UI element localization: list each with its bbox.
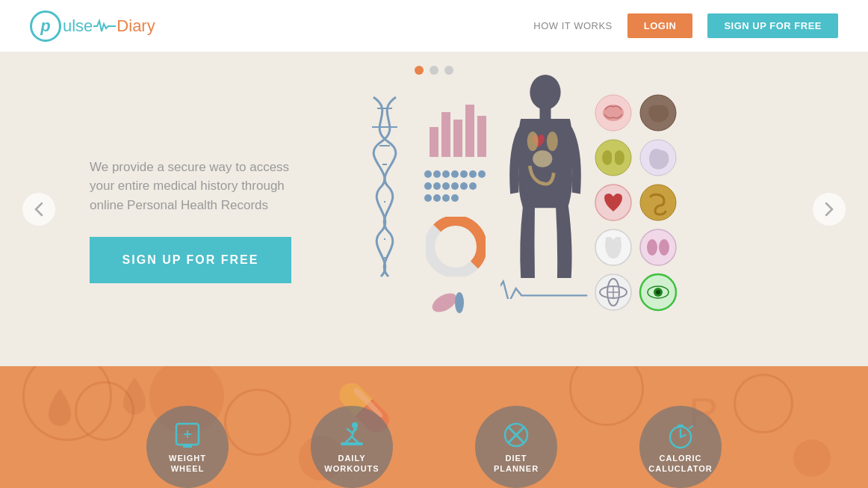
svg-point-25 [460,182,468,190]
hero-description: We provide a secure way to access your e… [90,158,314,215]
kidney-icon [639,228,678,267]
svg-point-16 [442,170,450,178]
svg-line-82 [689,426,692,428]
svg-point-26 [469,182,477,190]
svg-point-29 [442,194,450,202]
svg-point-45 [602,150,613,165]
svg-point-40 [533,150,552,167]
hero-illustration [314,52,778,366]
svg-rect-65 [183,445,192,448]
svg-rect-10 [441,112,450,157]
ecg-icon [93,18,116,34]
tooth-icon [594,228,633,267]
svg-line-71 [352,436,358,442]
svg-point-17 [451,170,459,178]
svg-point-63 [656,290,660,294]
svg-point-24 [451,182,459,190]
scale-icon [173,420,202,450]
svg-line-70 [346,436,352,442]
header-nav: HOW IT WORKS LOGIN SIGN UP FOR FREE [533,13,838,38]
svg-point-21 [424,182,432,190]
brain-icon [594,93,633,132]
svg-rect-12 [465,105,474,157]
svg-rect-74 [341,442,363,445]
feature-circle-diet: DIETPLANNER [475,406,557,488]
svg-point-36 [530,75,560,110]
feature-daily-workouts[interactable]: DAILYWORKOUTS [270,406,434,488]
logo-ulsediary: ulse [63,16,93,36]
signup-nav-button[interactable]: SIGN UP FOR FREE [707,13,838,38]
signup-hero-button[interactable]: SIGN UP FOR FREE [90,237,291,283]
svg-point-20 [478,170,486,178]
next-button[interactable] [813,193,846,226]
svg-point-27 [424,194,432,202]
intestine-icon [639,183,678,222]
header: p ulse Diary HOW IT WORKS LOGIN SIGN UP … [0,0,868,52]
people-icon [422,168,497,206]
svg-point-22 [433,182,441,190]
svg-point-30 [451,194,459,202]
svg-point-39 [547,132,558,151]
eye-icon [639,273,678,312]
logo-icon: p [30,10,61,42]
svg-point-18 [460,170,468,178]
stomach-icon [639,138,678,177]
feature-circle-weight: WEIGHTWHEEL [146,406,229,488]
svg-point-46 [614,150,624,165]
dna-circle-icon [594,273,633,312]
bar-chart-icon [430,97,489,157]
feature-diet-planner[interactable]: DIETPLANNER [434,406,598,488]
svg-point-38 [527,132,539,151]
hero-content: We provide a secure way to access your e… [0,52,868,366]
diet-icon [501,420,531,450]
daily-workouts-label: DAILYWORKOUTS [324,453,379,475]
weight-wheel-label: WEIGHTWHEEL [169,453,206,475]
feature-items: WEIGHTWHEEL DAILYWORKOUTS [105,406,763,488]
liver-icon [639,93,678,132]
login-button[interactable]: LOGIN [627,13,693,38]
stopwatch-icon [666,420,695,450]
svg-rect-9 [430,127,438,157]
heart-organ-icon [594,183,633,222]
svg-point-28 [433,194,441,202]
bg-circle-8 [793,439,831,477]
bg-circle-1 [22,366,112,441]
svg-point-54 [659,239,669,256]
lungs-icon [594,138,633,177]
svg-point-23 [442,182,450,190]
feature-caloric-calculator[interactable]: CALORICCALUCLATOR [598,406,763,488]
svg-rect-81 [678,424,683,427]
body-silhouette [500,75,590,299]
hero-text-block: We provide a secure way to access your e… [90,158,314,284]
logo: p ulse Diary [30,10,155,42]
svg-point-53 [647,239,657,256]
svg-rect-47 [612,150,615,165]
svg-point-19 [469,170,477,178]
logo-p-letter: p [40,16,50,36]
features-section: 💊 R WEIGHTWHEEL [0,366,868,488]
dna-icon [351,90,418,299]
feature-circle-workouts: DAILYWORKOUTS [311,406,393,488]
bg-drop [45,389,75,430]
prev-button[interactable] [22,193,55,226]
caloric-calculator-label: CALORICCALUCLATOR [648,453,712,475]
svg-point-35 [455,292,464,313]
pills-icon [430,288,474,318]
diet-planner-label: DIETPLANNER [494,453,539,475]
svg-point-33 [439,230,472,263]
workout-icon [337,420,367,450]
logo-diary: Diary [117,16,155,36]
hero-section: We provide a secure way to access your e… [0,52,868,366]
svg-rect-37 [540,108,551,119]
feature-weight-wheel[interactable]: WEIGHTWHEEL [105,406,270,488]
svg-rect-11 [453,120,462,157]
svg-point-52 [640,229,676,265]
svg-point-14 [424,170,432,178]
svg-rect-13 [477,116,486,157]
feature-circle-caloric: CALORICCALUCLATOR [639,406,722,488]
svg-point-15 [433,170,441,178]
nav-how-it-works[interactable]: HOW IT WORKS [533,20,612,31]
donut-chart-icon [426,217,486,277]
